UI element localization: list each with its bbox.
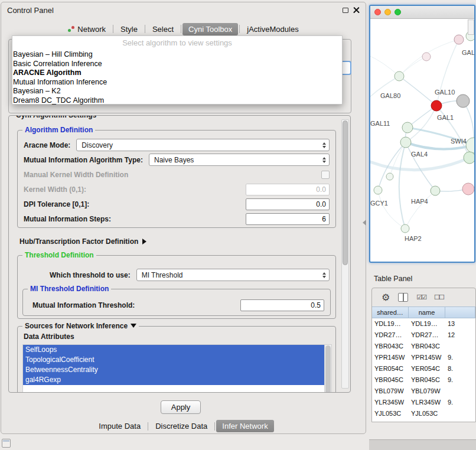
table-row[interactable]: YBR045CYBR045C9. xyxy=(372,374,475,386)
tab-cyni-toolbox[interactable]: Cyni Toolbox xyxy=(182,23,238,35)
close-window-icon[interactable] xyxy=(374,9,381,15)
column-layout-icon[interactable] xyxy=(398,293,408,302)
table-row[interactable]: YDR27…YDR27…12 xyxy=(372,330,475,341)
table-column-header[interactable]: shared… xyxy=(372,307,409,319)
network-node[interactable] xyxy=(431,100,442,111)
kernel-width-row: Kernel Width (0,1): xyxy=(18,182,335,197)
gear-icon[interactable]: ⚙ xyxy=(382,293,390,302)
table-column-header[interactable] xyxy=(445,307,475,319)
attribute-list-item[interactable]: gal4RGexp xyxy=(23,375,331,385)
bottom-tab-impute-data[interactable]: Impute Data xyxy=(93,420,146,432)
minimize-window-icon[interactable] xyxy=(384,9,391,15)
node-label: GAL80 xyxy=(380,92,400,99)
network-node[interactable] xyxy=(400,137,411,148)
network-window-titlebar xyxy=(370,6,474,19)
attribute-list-item[interactable]: TopologicalCoefficient xyxy=(23,355,331,365)
aracne-mode-select[interactable]: Discovery xyxy=(76,139,330,151)
panel-dock-icon[interactable] xyxy=(2,439,11,448)
algorithm-option[interactable]: Dream8 DC_TDC Algorithm xyxy=(12,96,342,106)
tab-select[interactable]: Select xyxy=(146,23,180,35)
network-node[interactable] xyxy=(402,122,413,133)
cyni-settings-group: Cyni Algorithm Settings Algorithm Defini… xyxy=(8,115,351,393)
hub-transcription-factor-section[interactable]: Hub/Transcription Factor Definition xyxy=(19,237,146,246)
table-row[interactable]: YBL079WYBL079W xyxy=(372,386,475,397)
scrollbar-thumb[interactable] xyxy=(343,120,348,265)
table-row[interactable]: YBR043CYBR043C xyxy=(372,341,475,352)
network-node[interactable] xyxy=(422,53,431,61)
attribute-list[interactable]: SelfLoopsTopologicalCoefficientBetweenne… xyxy=(22,344,332,393)
deselect-all-icon[interactable]: ☐☐ xyxy=(434,294,444,301)
table-row[interactable]: YER054CYER054C8. xyxy=(372,363,475,374)
bottom-tab-infer-network[interactable]: Infer Network xyxy=(216,420,273,432)
network-node[interactable] xyxy=(395,71,404,81)
collapse-caret-icon xyxy=(131,324,136,328)
mi-threshold-definition-group: MI Threshold Definition Mutual Informati… xyxy=(22,289,331,316)
splitter-handle-icon[interactable] xyxy=(363,220,366,226)
table-row[interactable]: YDL19…YDL19…13 xyxy=(372,318,475,330)
mi-threshold-label: Mutual Information Threshold: xyxy=(32,301,135,309)
which-threshold-select[interactable]: MI Threshold xyxy=(136,269,330,281)
table-column-header[interactable]: name xyxy=(409,307,445,319)
network-node[interactable] xyxy=(386,173,393,180)
close-panel-icon[interactable] xyxy=(353,7,360,14)
network-node[interactable] xyxy=(462,183,474,195)
node-label: HAP2 xyxy=(405,235,422,242)
algorithm-option[interactable]: Mutual Information Inference xyxy=(12,78,342,87)
algorithm-definition-title: Algorithm Definition xyxy=(22,126,95,134)
tab-style[interactable]: Style xyxy=(115,23,144,35)
manual-kernel-checkbox[interactable] xyxy=(321,171,330,179)
settings-scrollbar[interactable] xyxy=(341,119,349,389)
table-row[interactable]: YJL053CYJL053C xyxy=(372,408,475,419)
sources-group-title[interactable]: Sources for Network Inference xyxy=(22,322,139,330)
network-canvas[interactable]: GAL80GAL10GAL11GAL1SWI4GAL4GCY1HAP4HAP2G… xyxy=(370,19,474,262)
tab-jactivemodules[interactable]: jActiveModules xyxy=(241,23,304,35)
table-cell: 9. xyxy=(445,397,475,408)
top-tabs: NetworkStyleSelectCyni ToolboxjActiveMod… xyxy=(1,22,366,36)
apply-button[interactable]: Apply xyxy=(161,400,201,414)
network-node[interactable] xyxy=(401,224,409,233)
network-node[interactable] xyxy=(466,138,474,153)
network-node[interactable] xyxy=(374,186,382,194)
mi-algorithm-type-select[interactable]: Naive Bayes xyxy=(149,154,330,166)
table-row[interactable]: YPR145WYPR145W9. xyxy=(372,352,475,363)
mi-steps-input[interactable] xyxy=(246,213,330,225)
table-cell xyxy=(445,341,475,352)
network-node[interactable] xyxy=(431,186,440,195)
network-node[interactable] xyxy=(457,94,470,107)
scrollbar-thumb[interactable] xyxy=(325,345,331,393)
network-scrollbar[interactable] xyxy=(468,19,474,35)
kernel-width-input[interactable] xyxy=(246,184,330,195)
network-node[interactable] xyxy=(454,35,464,44)
float-window-icon[interactable] xyxy=(343,8,348,13)
algorithm-option[interactable]: ARACNE Algorithm xyxy=(12,69,342,78)
table-cell: YLR345W xyxy=(409,397,445,408)
network-edge xyxy=(370,55,399,76)
algorithm-option[interactable]: Bayesian – K2 xyxy=(12,87,342,96)
attribute-list-item[interactable]: SelfLoops xyxy=(23,345,331,355)
bottom-tab-discretize-data[interactable]: Discretize Data xyxy=(149,420,213,432)
algorithm-definition-group: Algorithm Definition Aracne Mode: Discov… xyxy=(17,130,336,228)
select-all-icon[interactable]: ☑☑ xyxy=(416,294,426,301)
table-cell: YER054C xyxy=(409,363,445,374)
zoom-window-icon[interactable] xyxy=(395,9,401,15)
network-tab-icon xyxy=(68,26,74,32)
algorithm-option[interactable]: Basic Correlation Inference xyxy=(12,60,342,69)
attribute-list-scrollbar[interactable] xyxy=(324,345,331,393)
mi-type-value: Naive Bayes xyxy=(154,156,194,164)
mi-threshold-input[interactable] xyxy=(240,299,324,311)
table-cell: YDL19… xyxy=(372,318,409,330)
table-cell xyxy=(445,386,475,397)
network-edge xyxy=(399,76,436,106)
dpi-tolerance-input[interactable] xyxy=(246,198,330,210)
table-row[interactable]: YLR345WYLR345W9. xyxy=(372,397,475,408)
attribute-list-item[interactable]: BetweennessCentrality xyxy=(23,365,331,375)
network-node[interactable] xyxy=(464,152,474,164)
combo-arrows-icon xyxy=(319,142,326,148)
network-canvas-container[interactable]: GAL80GAL10GAL11GAL1SWI4GAL4GCY1HAP4HAP2G… xyxy=(370,19,474,262)
tab-separator xyxy=(113,25,113,33)
tab-network[interactable]: Network xyxy=(62,23,112,35)
table-cell: YDR27… xyxy=(409,330,445,341)
algorithm-option[interactable]: Bayesian – Hill Climbing xyxy=(12,50,342,60)
aracne-mode-value: Discovery xyxy=(81,141,113,149)
table-panel-title: Table Panel xyxy=(374,275,412,283)
